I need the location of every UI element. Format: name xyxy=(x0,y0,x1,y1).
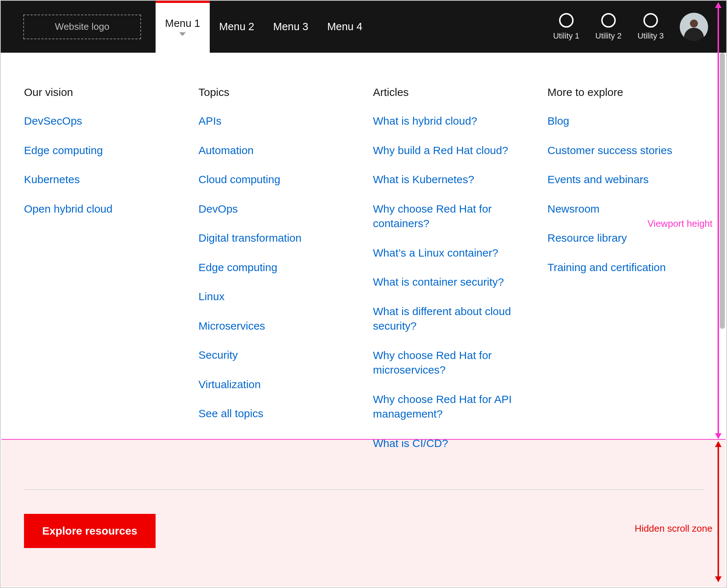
link-devsecops[interactable]: DevSecOps xyxy=(24,114,177,129)
utility-3-label: Utility 3 xyxy=(638,31,664,41)
link-linux[interactable]: Linux xyxy=(198,289,351,304)
menu-item-1[interactable]: Menu 1 xyxy=(156,1,210,53)
articles-links: What is hybrid cloud? Why build a Red Ha… xyxy=(373,114,547,451)
column-articles: Articles What is hybrid cloud? Why build… xyxy=(373,86,547,451)
utility-2[interactable]: Utility 2 xyxy=(595,13,622,41)
link-digital-transformation[interactable]: Digital transformation xyxy=(198,231,351,246)
menu-item-3-label: Menu 3 xyxy=(273,21,308,33)
link-automation[interactable]: Automation xyxy=(198,143,351,158)
column-heading-articles: Articles xyxy=(373,86,547,98)
mega-menu-panel: Our vision DevSecOps Edge computing Kube… xyxy=(1,53,726,451)
link-edge-computing[interactable]: Edge computing xyxy=(24,143,177,158)
link-rh-containers[interactable]: Why choose Red Hat for containers? xyxy=(373,202,526,231)
hidden-scroll-zone-label: Hidden scroll zone xyxy=(635,523,712,534)
menu-item-2-label: Menu 2 xyxy=(219,21,254,33)
link-customer-stories[interactable]: Customer success stories xyxy=(547,143,700,158)
top-nav: Website logo Menu 1 Menu 2 Menu 3 Menu 4… xyxy=(1,1,726,53)
column-heading-topics: Topics xyxy=(198,86,373,98)
avatar[interactable] xyxy=(680,13,708,41)
divider xyxy=(24,489,704,490)
link-blog[interactable]: Blog xyxy=(547,114,700,129)
primary-menu: Menu 1 Menu 2 Menu 3 Menu 4 xyxy=(156,1,372,53)
column-more-to-explore: More to explore Blog Customer success st… xyxy=(547,86,703,451)
vision-links: DevSecOps Edge computing Kubernetes Open… xyxy=(24,114,198,216)
utility-3-icon xyxy=(643,13,658,28)
utility-3[interactable]: Utility 3 xyxy=(638,13,664,41)
link-container-security[interactable]: What is container security? xyxy=(373,275,526,290)
hidden-scroll-zone-overlay xyxy=(1,440,726,587)
utility-1[interactable]: Utility 1 xyxy=(553,13,579,41)
link-open-hybrid-cloud[interactable]: Open hybrid cloud xyxy=(24,202,177,217)
link-training-cert[interactable]: Training and certification xyxy=(547,260,700,275)
link-rh-api-mgmt[interactable]: Why choose Red Hat for API management? xyxy=(373,392,526,422)
utility-2-icon xyxy=(601,13,616,28)
link-cloud-security[interactable]: What is different about cloud security? xyxy=(373,304,526,334)
hidden-zone-arrow-icon xyxy=(718,442,719,581)
column-our-vision: Our vision DevSecOps Edge computing Kube… xyxy=(24,86,198,451)
link-hybrid-cloud[interactable]: What is hybrid cloud? xyxy=(373,114,526,129)
column-topics: Topics APIs Automation Cloud computing D… xyxy=(198,86,373,451)
link-resource-library[interactable]: Resource library xyxy=(547,231,700,246)
link-newsroom[interactable]: Newsroom xyxy=(547,202,700,217)
design-spec-frame: Website logo Menu 1 Menu 2 Menu 3 Menu 4… xyxy=(0,0,727,588)
link-apis[interactable]: APIs xyxy=(198,114,351,129)
link-virtualization[interactable]: Virtualization xyxy=(198,377,351,392)
viewport-height-arrow-icon xyxy=(718,3,719,438)
menu-item-4-label: Menu 4 xyxy=(327,21,362,33)
link-ci-cd[interactable]: What is CI/CD? xyxy=(373,436,526,451)
viewport-height-label: Viewport height xyxy=(647,218,712,229)
link-kubernetes[interactable]: Kubernetes xyxy=(24,172,177,187)
link-see-all-topics[interactable]: See all topics xyxy=(198,406,351,421)
topics-links: APIs Automation Cloud computing DevOps D… xyxy=(198,114,373,421)
viewport-boundary-line xyxy=(1,439,726,440)
utility-1-icon xyxy=(559,13,574,28)
chevron-down-icon xyxy=(179,32,186,36)
website-logo-text: Website logo xyxy=(55,21,109,32)
link-cloud-computing[interactable]: Cloud computing xyxy=(198,172,351,187)
explore-resources-button[interactable]: Explore resources xyxy=(24,514,156,548)
utility-2-label: Utility 2 xyxy=(595,31,622,41)
link-devops[interactable]: DevOps xyxy=(198,202,351,217)
more-links: Blog Customer success stories Events and… xyxy=(547,114,703,275)
link-microservices[interactable]: Microservices xyxy=(198,319,351,334)
link-linux-container[interactable]: What’s a Linux container? xyxy=(373,246,526,261)
menu-item-2[interactable]: Menu 2 xyxy=(210,1,264,53)
link-build-rh-cloud[interactable]: Why build a Red Hat cloud? xyxy=(373,143,526,158)
menu-item-4[interactable]: Menu 4 xyxy=(318,1,372,53)
column-heading-vision: Our vision xyxy=(24,86,198,98)
link-rh-microservices[interactable]: Why choose Red Hat for microservices? xyxy=(373,348,526,378)
link-events-webinars[interactable]: Events and webinars xyxy=(547,172,700,187)
link-security[interactable]: Security xyxy=(198,348,351,363)
utility-1-label: Utility 1 xyxy=(553,31,579,41)
menu-item-1-label: Menu 1 xyxy=(165,17,200,29)
link-edge-computing-topic[interactable]: Edge computing xyxy=(198,260,351,275)
menu-item-3[interactable]: Menu 3 xyxy=(264,1,318,53)
column-heading-more: More to explore xyxy=(547,86,703,98)
link-what-is-k8s[interactable]: What is Kubernetes? xyxy=(373,172,526,187)
utility-nav: Utility 1 Utility 2 Utility 3 xyxy=(553,13,726,41)
website-logo-placeholder: Website logo xyxy=(23,15,141,39)
